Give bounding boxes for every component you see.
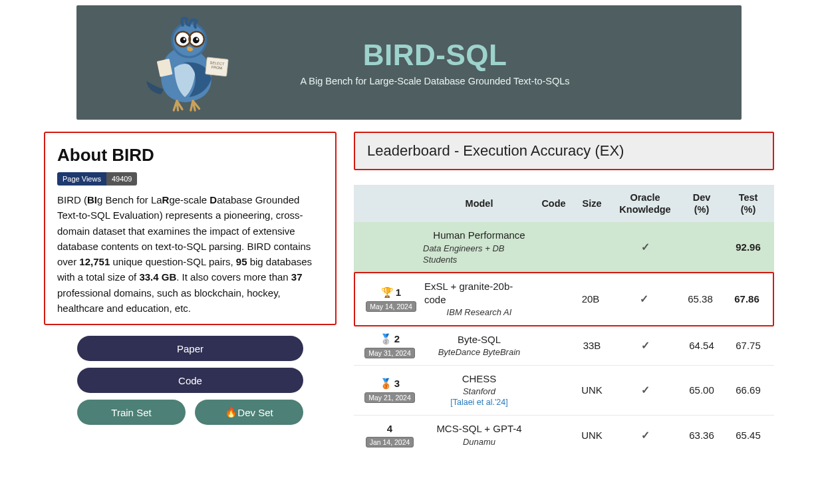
dev-score: 63.36	[678, 430, 725, 441]
human-sub: Data Engineers + DB Students	[423, 243, 535, 266]
model-cell: CHESSStanford[Talaei et al.'24]	[423, 372, 535, 409]
rank-number: 🏆1	[381, 287, 401, 299]
dev-set-button[interactable]: 🔥 Dev Set	[195, 400, 303, 425]
hero-banner: SELECT FROM BIRD-SQL A Big Bench for Lar…	[76, 5, 742, 120]
svg-point-10	[184, 38, 186, 40]
size-cell: 20B	[571, 293, 611, 305]
train-set-label: Train Set	[111, 407, 151, 418]
col-code: Code	[535, 197, 572, 209]
test-score: 66.69	[725, 384, 771, 396]
svg-point-9	[193, 37, 200, 44]
size-cell: UNK	[572, 430, 612, 441]
model-citation-link[interactable]: [Talaei et al.'24]	[450, 397, 507, 408]
rank-cell: 🏆1May 14, 2024	[358, 287, 424, 312]
dev-score: 65.38	[677, 293, 724, 305]
badge-value: 49409	[106, 172, 138, 186]
dev-score: 64.54	[678, 340, 725, 351]
size-cell: UNK	[572, 384, 612, 396]
leaderboard-row: 🥉3May 21, 2024CHESSStanford[Talaei et al…	[354, 366, 774, 416]
col-dev: Dev (%)	[678, 191, 725, 215]
leaderboard-header: Model Code Size Oracle Knowledge Dev (%)…	[354, 185, 774, 222]
svg-point-8	[180, 37, 187, 44]
paper-button-label: Paper	[177, 343, 204, 354]
check-icon: ✓	[612, 339, 678, 352]
rank-cell: 🥈2May 31, 2024	[356, 333, 423, 358]
col-size: Size	[572, 197, 612, 209]
code-button-label: Code	[178, 375, 202, 386]
train-set-button[interactable]: Train Set	[77, 400, 186, 425]
check-icon: ✓	[611, 293, 677, 305]
leaderboard-table: Model Code Size Oracle Knowledge Dev (%)…	[354, 185, 774, 454]
svg-point-11	[196, 38, 198, 40]
rank-date: May 31, 2024	[364, 348, 415, 358]
model-cell: Byte-SQLByteDance ByteBrain	[423, 333, 535, 358]
human-test: 92.96	[725, 241, 771, 253]
model-name: CHESS	[462, 372, 497, 386]
col-test: Test (%)	[725, 191, 771, 215]
model-name: ExSL + granite-20b-code	[424, 280, 534, 307]
check-icon: ✓	[612, 241, 678, 253]
medal-icon: 🥈	[380, 333, 392, 345]
leaderboard-row: 🏆1May 14, 2024ExSL + granite-20b-codeIBM…	[354, 272, 774, 326]
site-title: BIRD-SQL	[241, 39, 628, 72]
rank-number: 🥉3	[380, 378, 400, 390]
test-score: 65.45	[725, 430, 771, 441]
rank-date: May 14, 2024	[366, 301, 416, 312]
bird-icon: SELECT FROM	[132, 9, 238, 116]
model-name: Byte-SQL	[458, 333, 501, 346]
rank-date: Jan 14, 2024	[366, 437, 414, 447]
site-subtitle: A Big Bench for Large-Scale Database Gro…	[241, 76, 628, 86]
human-name: Human Performance	[433, 229, 525, 242]
page-views-badge: Page Views 49409	[57, 172, 137, 186]
col-oracle: Oracle Knowledge	[612, 191, 678, 215]
test-score: 67.86	[724, 293, 770, 305]
code-button[interactable]: Code	[77, 368, 303, 393]
model-affiliation: ByteDance ByteBrain	[438, 346, 521, 358]
check-icon: ✓	[612, 429, 678, 441]
model-cell: ExSL + granite-20b-codeIBM Research AI	[424, 280, 534, 318]
size-cell: 33B	[572, 340, 612, 351]
rank-number: 🥈2	[380, 333, 400, 345]
about-card: About BIRD Page Views 49409 BIRD (BIg Be…	[44, 132, 337, 325]
badge-label: Page Views	[57, 172, 106, 186]
rank-cell: 🥉3May 21, 2024	[356, 378, 423, 403]
medal-icon: 🥉	[380, 378, 392, 390]
bird-logo: SELECT FROM	[128, 9, 241, 116]
model-cell: MCS-SQL + GPT-4Dunamu	[423, 422, 535, 447]
rank-cell: 4Jan 14, 2024	[356, 423, 423, 447]
leaderboard-row: 4Jan 14, 2024MCS-SQL + GPT-4DunamuUNK✓63…	[354, 416, 774, 454]
leaderboard-title: Leaderboard - Execution Accuracy (EX)	[354, 132, 774, 170]
model-affiliation: Dunamu	[463, 436, 495, 448]
dev-set-label: Dev Set	[237, 407, 273, 418]
leaderboard-row: 🥈2May 31, 2024Byte-SQLByteDance ByteBrai…	[354, 326, 774, 366]
rank-number: 4	[387, 423, 392, 434]
model-affiliation: IBM Research AI	[447, 307, 512, 318]
rank-date: May 21, 2024	[364, 392, 415, 403]
medal-icon: 🏆	[381, 287, 394, 299]
model-name: MCS-SQL + GPT-4	[436, 422, 521, 436]
dev-score: 65.00	[678, 384, 725, 396]
fire-icon: 🔥	[225, 406, 237, 418]
human-performance-row: Human Performance Data Engineers + DB St…	[354, 222, 774, 272]
test-score: 67.75	[725, 340, 771, 351]
check-icon: ✓	[612, 384, 678, 396]
paper-button[interactable]: Paper	[77, 336, 303, 361]
model-affiliation: Stanford	[463, 386, 495, 398]
about-heading: About BIRD	[57, 145, 323, 166]
col-model: Model	[423, 197, 535, 209]
about-description: BIRD (BIg Bench for LaRge-scale Database…	[57, 192, 323, 316]
